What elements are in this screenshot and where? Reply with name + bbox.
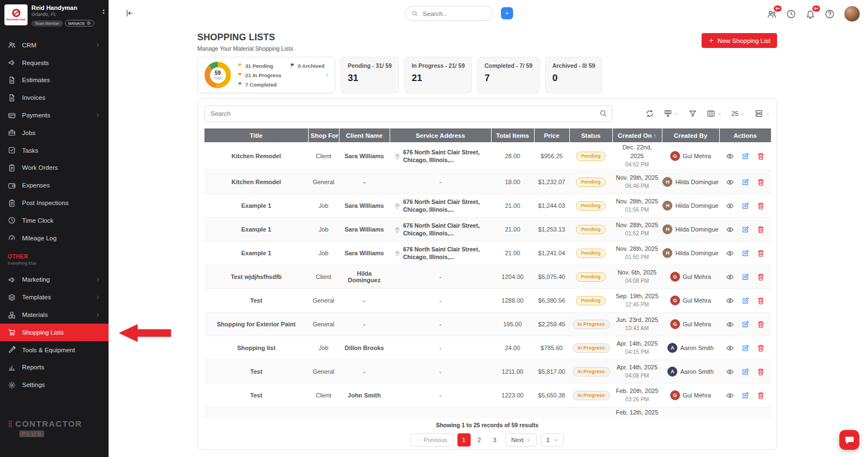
global-search-input[interactable] bbox=[422, 10, 487, 18]
sidebar-item-jobs[interactable]: Jobs bbox=[0, 124, 109, 142]
collapse-sidebar-icon[interactable] bbox=[125, 9, 134, 18]
sidebar-item-requests[interactable]: Requests bbox=[0, 54, 109, 72]
status-badge: Pending bbox=[576, 225, 606, 234]
user-avatar[interactable] bbox=[844, 6, 860, 22]
view-icon[interactable] bbox=[726, 202, 734, 210]
group-by-button[interactable] bbox=[754, 109, 770, 118]
next-page-button[interactable]: Next bbox=[505, 433, 537, 447]
edit-icon[interactable] bbox=[741, 178, 750, 186]
export-button[interactable] bbox=[664, 109, 679, 118]
edit-icon[interactable] bbox=[741, 368, 750, 376]
delete-icon[interactable] bbox=[757, 249, 765, 257]
filter-button[interactable] bbox=[688, 109, 697, 118]
delete-icon[interactable] bbox=[757, 320, 765, 329]
column-header-created-on[interactable]: Created On ↑ bbox=[612, 128, 662, 142]
sidebar-item-payments[interactable]: Payments bbox=[0, 106, 109, 124]
help-button[interactable] bbox=[824, 9, 835, 19]
account-switcher[interactable]: REIDHANDYMAN Reid Handyman Orlando, FL T… bbox=[0, 0, 109, 30]
cell-title: Test bbox=[204, 360, 308, 384]
page-button-1[interactable]: 1 bbox=[457, 433, 471, 447]
sidebar-item-templates[interactable]: Templates bbox=[0, 288, 109, 306]
page-jump-select[interactable]: 1 bbox=[541, 433, 564, 447]
column-header-service-address[interactable]: Service Address bbox=[390, 128, 491, 142]
sidebar-item-shopping-lists[interactable]: Shopping Lists bbox=[0, 324, 109, 341]
sidebar-item-estimates[interactable]: Estimates bbox=[0, 72, 109, 89]
view-icon[interactable] bbox=[726, 320, 734, 329]
edit-icon[interactable] bbox=[741, 344, 750, 352]
stat-card-pending[interactable]: Pending - 31/ 5931 bbox=[341, 57, 399, 93]
sidebar-item-settings[interactable]: Settings bbox=[0, 376, 109, 394]
view-icon[interactable] bbox=[726, 273, 734, 281]
view-icon[interactable] bbox=[726, 368, 734, 376]
sidebar-item-marketing[interactable]: Marketing bbox=[0, 271, 109, 289]
column-header-title[interactable]: Title bbox=[204, 128, 308, 142]
table-search[interactable] bbox=[204, 105, 612, 122]
delete-icon[interactable] bbox=[757, 368, 765, 376]
sidebar-item-invoices[interactable]: Invoices bbox=[0, 89, 109, 106]
notifications-button[interactable]: 9+ bbox=[805, 9, 816, 19]
edit-icon[interactable] bbox=[741, 225, 750, 234]
sidebar-item-tools-equipment[interactable]: Tools & Equipment bbox=[0, 341, 109, 359]
quick-add-button[interactable] bbox=[501, 7, 513, 19]
view-icon[interactable] bbox=[726, 344, 734, 352]
previous-page-button[interactable]: Previous bbox=[411, 433, 454, 447]
view-icon[interactable] bbox=[726, 225, 734, 234]
view-icon[interactable] bbox=[726, 249, 734, 257]
global-search[interactable] bbox=[405, 6, 493, 21]
cell-actions bbox=[719, 170, 771, 194]
manage-button[interactable]: MANAGE bbox=[65, 20, 94, 26]
team-button[interactable]: 9+ bbox=[767, 9, 777, 19]
sidebar-item-work-orders[interactable]: Work Orders bbox=[0, 159, 109, 177]
page-button-2[interactable]: 2 bbox=[473, 433, 486, 447]
edit-icon[interactable] bbox=[741, 202, 750, 210]
edit-icon[interactable] bbox=[741, 152, 750, 160]
delete-icon[interactable] bbox=[757, 202, 765, 210]
columns-button[interactable] bbox=[707, 109, 722, 118]
sidebar-item-post-inspections[interactable]: Post Inspections bbox=[0, 194, 109, 212]
page-size-select[interactable]: 25 bbox=[731, 110, 745, 117]
view-icon[interactable] bbox=[726, 391, 734, 400]
column-header-price[interactable]: Price bbox=[534, 128, 569, 142]
delete-icon[interactable] bbox=[757, 297, 765, 305]
account-expand-icon[interactable]: ▲▼ bbox=[102, 9, 105, 15]
delete-icon[interactable] bbox=[757, 273, 765, 281]
column-header-created-by[interactable]: Created By bbox=[662, 128, 719, 142]
delete-icon[interactable] bbox=[757, 152, 765, 160]
sidebar-item-reports[interactable]: Reports bbox=[0, 359, 109, 377]
delete-icon[interactable] bbox=[757, 391, 765, 400]
delete-icon[interactable] bbox=[757, 225, 765, 234]
sidebar-item-time-clock[interactable]: Time Clock bbox=[0, 212, 109, 229]
column-header-shop-for[interactable]: Shop For bbox=[308, 128, 339, 142]
edit-icon[interactable] bbox=[741, 273, 750, 281]
refresh-button[interactable] bbox=[645, 109, 654, 118]
chat-launcher[interactable] bbox=[839, 430, 859, 450]
sidebar-item-tasks[interactable]: Tasks bbox=[0, 142, 109, 159]
history-button[interactable] bbox=[786, 9, 796, 19]
edit-icon[interactable] bbox=[741, 249, 750, 257]
page-button-3[interactable]: 3 bbox=[488, 433, 502, 447]
column-header-total-items[interactable]: Total Items bbox=[491, 128, 534, 142]
sidebar-item-crm[interactable]: CRM bbox=[0, 36, 109, 54]
new-shopping-list-button[interactable]: New Shopping List bbox=[702, 33, 777, 48]
stat-card-archived[interactable]: Archived - 0/ 590 bbox=[545, 57, 602, 93]
sidebar-item-materials[interactable]: Materials bbox=[0, 306, 109, 324]
delete-icon[interactable] bbox=[757, 178, 765, 186]
location-pin-icon bbox=[394, 249, 401, 257]
edit-icon[interactable] bbox=[741, 391, 750, 400]
edit-icon[interactable] bbox=[741, 297, 750, 305]
view-icon[interactable] bbox=[726, 297, 734, 305]
delete-icon[interactable] bbox=[757, 344, 765, 352]
column-header-actions[interactable]: Actions bbox=[719, 128, 771, 142]
stat-card-completed[interactable]: Completed - 7/ 597 bbox=[477, 57, 540, 93]
stat-card-in[interactable]: In Progress - 21/ 5921 bbox=[405, 57, 472, 93]
table-search-input[interactable] bbox=[204, 105, 612, 122]
sidebar-item-mileage-log[interactable]: Mileage Log bbox=[0, 229, 109, 247]
view-icon[interactable] bbox=[726, 178, 734, 186]
column-header-status[interactable]: Status bbox=[569, 128, 612, 142]
view-icon[interactable] bbox=[726, 152, 734, 160]
edit-icon[interactable] bbox=[741, 320, 750, 329]
collapse-stats-icon[interactable] bbox=[324, 72, 331, 78]
legend-item-21-in-progress: 21 In Progress bbox=[238, 72, 281, 78]
sidebar-item-expenses[interactable]: Expenses bbox=[0, 176, 109, 194]
column-header-client-name[interactable]: Client Name bbox=[339, 128, 390, 142]
